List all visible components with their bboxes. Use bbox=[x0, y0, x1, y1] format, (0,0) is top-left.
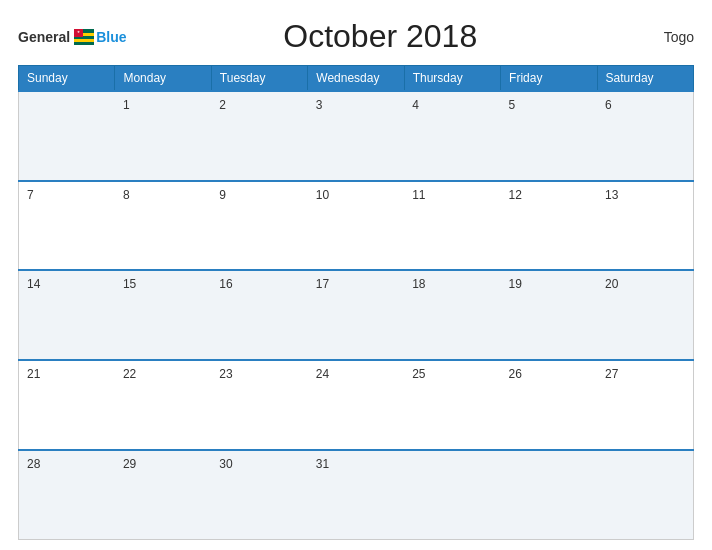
calendar-week-row: 78910111213 bbox=[19, 181, 694, 271]
calendar-day-cell: 5 bbox=[501, 91, 597, 181]
calendar-day-cell bbox=[597, 450, 693, 540]
calendar-day-cell: 10 bbox=[308, 181, 404, 271]
calendar-day-cell: 29 bbox=[115, 450, 211, 540]
svg-rect-3 bbox=[74, 39, 94, 42]
calendar-day-cell: 4 bbox=[404, 91, 500, 181]
calendar-day-cell: 20 bbox=[597, 270, 693, 360]
calendar-day-cell bbox=[404, 450, 500, 540]
calendar-week-row: 123456 bbox=[19, 91, 694, 181]
svg-rect-5 bbox=[74, 29, 83, 37]
header-friday: Friday bbox=[501, 66, 597, 92]
calendar-day-cell: 30 bbox=[211, 450, 307, 540]
calendar-day-cell: 15 bbox=[115, 270, 211, 360]
calendar-day-cell: 17 bbox=[308, 270, 404, 360]
calendar-day-cell: 2 bbox=[211, 91, 307, 181]
header-monday: Monday bbox=[115, 66, 211, 92]
calendar-day-cell: 21 bbox=[19, 360, 115, 450]
calendar-day-cell: 25 bbox=[404, 360, 500, 450]
header: General Blue October 2018 Togo bbox=[18, 18, 694, 55]
calendar-table: Sunday Monday Tuesday Wednesday Thursday… bbox=[18, 65, 694, 540]
svg-rect-4 bbox=[74, 42, 94, 45]
calendar-day-cell: 1 bbox=[115, 91, 211, 181]
calendar-grid: Sunday Monday Tuesday Wednesday Thursday… bbox=[18, 65, 694, 540]
calendar-day-cell: 22 bbox=[115, 360, 211, 450]
logo-general-text: General bbox=[18, 29, 70, 45]
calendar-day-cell: 14 bbox=[19, 270, 115, 360]
header-tuesday: Tuesday bbox=[211, 66, 307, 92]
calendar-day-cell: 24 bbox=[308, 360, 404, 450]
calendar-day-cell: 26 bbox=[501, 360, 597, 450]
calendar-day-cell: 19 bbox=[501, 270, 597, 360]
calendar-day-cell: 31 bbox=[308, 450, 404, 540]
calendar-day-cell: 23 bbox=[211, 360, 307, 450]
calendar-title: October 2018 bbox=[126, 18, 634, 55]
calendar-day-cell: 8 bbox=[115, 181, 211, 271]
calendar-week-row: 14151617181920 bbox=[19, 270, 694, 360]
country-label: Togo bbox=[634, 29, 694, 45]
calendar-day-cell: 16 bbox=[211, 270, 307, 360]
calendar-page: General Blue October 2018 Togo Sunday bbox=[0, 0, 712, 550]
header-sunday: Sunday bbox=[19, 66, 115, 92]
days-header-row: Sunday Monday Tuesday Wednesday Thursday… bbox=[19, 66, 694, 92]
calendar-day-cell bbox=[501, 450, 597, 540]
header-thursday: Thursday bbox=[404, 66, 500, 92]
calendar-day-cell: 9 bbox=[211, 181, 307, 271]
logo-flag-icon bbox=[74, 29, 94, 45]
calendar-week-row: 21222324252627 bbox=[19, 360, 694, 450]
header-wednesday: Wednesday bbox=[308, 66, 404, 92]
calendar-day-cell: 27 bbox=[597, 360, 693, 450]
logo: General Blue bbox=[18, 29, 126, 45]
header-saturday: Saturday bbox=[597, 66, 693, 92]
calendar-week-row: 28293031 bbox=[19, 450, 694, 540]
calendar-day-cell bbox=[19, 91, 115, 181]
calendar-day-cell: 28 bbox=[19, 450, 115, 540]
calendar-day-cell: 3 bbox=[308, 91, 404, 181]
calendar-day-cell: 7 bbox=[19, 181, 115, 271]
calendar-day-cell: 11 bbox=[404, 181, 500, 271]
calendar-day-cell: 13 bbox=[597, 181, 693, 271]
calendar-day-cell: 18 bbox=[404, 270, 500, 360]
calendar-day-cell: 12 bbox=[501, 181, 597, 271]
calendar-day-cell: 6 bbox=[597, 91, 693, 181]
logo-blue-text: Blue bbox=[96, 29, 126, 45]
